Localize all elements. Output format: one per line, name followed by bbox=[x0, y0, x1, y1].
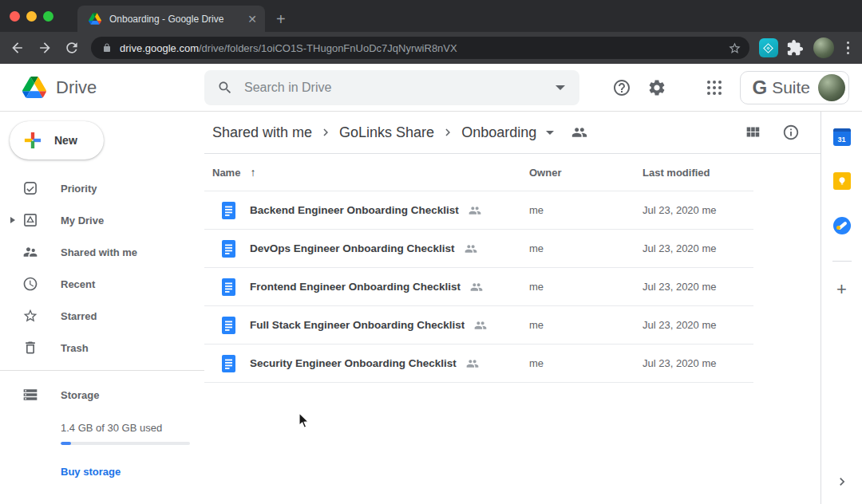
table-row[interactable]: Security Engineer Onboarding Checklist m… bbox=[204, 345, 753, 383]
calendar-day-number: 31 bbox=[837, 136, 845, 144]
sidebar-item-trash[interactable]: Trash bbox=[0, 332, 204, 364]
gsuite-account-badge[interactable]: G Suite bbox=[740, 71, 849, 104]
file-owner: me bbox=[529, 204, 643, 216]
table-row[interactable]: Backend Engineer Onboarding Checklist me… bbox=[204, 191, 753, 230]
buy-storage-link[interactable]: Buy storage bbox=[61, 466, 121, 478]
gsuite-label: Suite bbox=[772, 78, 810, 97]
breadcrumb-golinks-share[interactable]: GoLinks Share bbox=[339, 124, 434, 141]
file-name[interactable]: Full Stack Engineer Onboarding Checklist bbox=[250, 319, 465, 331]
file-modified: Jul 23, 2020 me bbox=[643, 357, 753, 369]
back-icon[interactable] bbox=[10, 40, 26, 56]
file-name[interactable]: DevOps Engineer Onboarding Checklist bbox=[250, 242, 455, 254]
sidebar-item-label: Starred bbox=[61, 310, 97, 322]
sidebar-item-label: Recent bbox=[61, 278, 95, 290]
drive-logo-icon bbox=[22, 77, 46, 98]
expand-arrow-icon[interactable] bbox=[10, 217, 15, 223]
add-addon-button[interactable]: + bbox=[836, 281, 847, 298]
browser-menu-icon[interactable] bbox=[842, 38, 855, 58]
search-options-caret-icon[interactable] bbox=[556, 85, 565, 90]
chevron-right-icon bbox=[441, 125, 455, 140]
view-controls bbox=[744, 124, 800, 141]
google-docs-icon bbox=[222, 355, 235, 372]
file-modified: Jul 23, 2020 me bbox=[643, 319, 753, 331]
keep-bulb-icon bbox=[836, 175, 848, 187]
sidebar-nav: Priority My Drive Shared with me bbox=[0, 172, 204, 364]
sidebar-item-label: My Drive bbox=[61, 215, 104, 226]
golinks-extension-icon[interactable] bbox=[759, 38, 778, 57]
clock-icon bbox=[22, 276, 38, 292]
main-panel: Shared with me GoLinks Share Onboarding bbox=[204, 112, 820, 504]
google-apps-grid-icon[interactable] bbox=[705, 78, 724, 97]
storage-label: Storage bbox=[61, 389, 99, 401]
bookmark-star-icon[interactable] bbox=[728, 41, 741, 55]
file-name[interactable]: Frontend Engineer Onboarding Checklist bbox=[250, 281, 461, 293]
breadcrumb-shared-with-me[interactable]: Shared with me bbox=[212, 124, 312, 141]
file-owner: me bbox=[529, 242, 643, 254]
settings-gear-icon[interactable] bbox=[647, 78, 666, 97]
tab-close-icon[interactable]: ✕ bbox=[247, 14, 257, 25]
new-tab-button[interactable]: + bbox=[276, 11, 286, 27]
browser-profile-avatar[interactable] bbox=[813, 37, 834, 58]
file-name[interactable]: Security Engineer Onboarding Checklist bbox=[250, 357, 457, 369]
browser-tab[interactable]: Onboarding - Google Drive ✕ bbox=[77, 6, 265, 32]
new-button[interactable]: New bbox=[10, 121, 104, 159]
extensions-puzzle-icon[interactable] bbox=[786, 39, 804, 57]
table-row[interactable]: Frontend Engineer Onboarding Checklist m… bbox=[204, 268, 753, 306]
trash-icon bbox=[22, 340, 38, 356]
file-shared-icon bbox=[474, 319, 487, 332]
url-path: /drive/folders/1oiCO1S-THugonFnUoDc7JqNy… bbox=[199, 42, 457, 54]
address-bar[interactable]: drive.google.com/drive/folders/1oiCO1S-T… bbox=[91, 37, 749, 59]
grid-view-icon[interactable] bbox=[744, 124, 761, 141]
tasks-dot bbox=[836, 226, 840, 230]
sidebar-item-recent[interactable]: Recent bbox=[0, 268, 204, 300]
column-header-name[interactable]: Name bbox=[212, 167, 240, 179]
file-shared-icon bbox=[470, 281, 483, 293]
reload-icon[interactable] bbox=[64, 40, 80, 56]
folder-menu-caret-icon[interactable] bbox=[546, 131, 554, 135]
search-icon[interactable] bbox=[217, 80, 233, 96]
collapse-panel-chevron-icon[interactable] bbox=[834, 474, 850, 490]
breadcrumb-current-folder[interactable]: Onboarding bbox=[461, 124, 536, 141]
new-button-label: New bbox=[54, 134, 77, 147]
help-icon[interactable] bbox=[612, 78, 631, 97]
minimize-window-button[interactable] bbox=[26, 11, 37, 22]
sidebar-item-starred[interactable]: Starred bbox=[0, 300, 204, 332]
sidebar-item-my-drive[interactable]: My Drive bbox=[0, 204, 204, 236]
file-shared-icon bbox=[469, 204, 481, 217]
zoom-window-button[interactable] bbox=[43, 11, 53, 22]
search-input[interactable]: Search in Drive bbox=[204, 70, 579, 105]
sort-ascending-icon[interactable]: ↑ bbox=[250, 166, 255, 179]
storage-usage-text: 1.4 GB of 30 GB used bbox=[61, 422, 204, 434]
table-row[interactable]: Full Stack Engineer Onboarding Checklist… bbox=[204, 306, 753, 345]
google-keep-icon[interactable] bbox=[833, 172, 851, 190]
chevron-right-icon bbox=[318, 125, 333, 140]
forward-icon[interactable] bbox=[37, 40, 53, 56]
sidebar-item-label: Shared with me bbox=[61, 246, 137, 258]
google-calendar-icon[interactable]: 31 bbox=[833, 128, 851, 146]
traffic-lights bbox=[0, 0, 65, 32]
lock-icon bbox=[102, 42, 112, 53]
breadcrumb: Shared with me GoLinks Share Onboarding bbox=[204, 112, 820, 154]
drive-brand-name: Drive bbox=[56, 77, 97, 98]
info-icon[interactable] bbox=[782, 124, 800, 141]
star-icon bbox=[22, 308, 38, 324]
sidebar-item-label: Trash bbox=[61, 342, 89, 354]
storage-icon bbox=[22, 387, 38, 403]
table-row[interactable]: DevOps Engineer Onboarding Checklist me … bbox=[204, 230, 753, 268]
sidebar-item-storage[interactable]: Storage bbox=[0, 379, 204, 411]
google-docs-icon bbox=[222, 317, 235, 334]
sidebar-item-shared-with-me[interactable]: Shared with me bbox=[0, 236, 204, 268]
close-window-button[interactable] bbox=[10, 11, 20, 22]
file-list: Name ↑ Owner Last modified Backend Engin… bbox=[204, 154, 753, 383]
file-name[interactable]: Backend Engineer Onboarding Checklist bbox=[250, 204, 459, 216]
account-avatar[interactable] bbox=[818, 74, 845, 101]
column-header-modified[interactable]: Last modified bbox=[643, 167, 753, 179]
sidebar-item-priority[interactable]: Priority bbox=[0, 172, 204, 204]
google-tasks-icon[interactable] bbox=[833, 217, 851, 234]
drive-brand[interactable]: Drive bbox=[0, 77, 204, 98]
google-docs-icon bbox=[222, 240, 235, 258]
column-header-owner[interactable]: Owner bbox=[529, 167, 643, 179]
tab-strip: Onboarding - Google Drive ✕ + bbox=[0, 0, 862, 32]
my-drive-icon bbox=[22, 212, 38, 228]
browser-toolbar: drive.google.com/drive/folders/1oiCO1S-T… bbox=[0, 32, 862, 64]
